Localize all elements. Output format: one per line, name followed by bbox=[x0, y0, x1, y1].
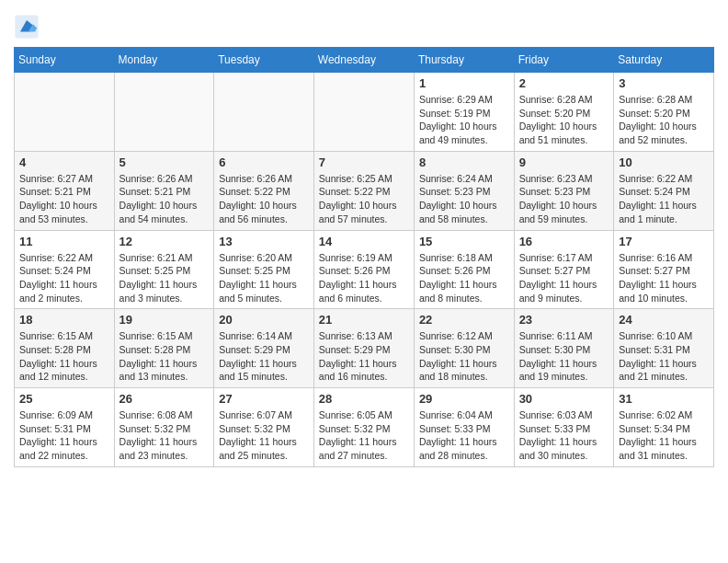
day-number: 15 bbox=[419, 235, 509, 248]
day-number: 26 bbox=[119, 392, 210, 406]
day-number: 4 bbox=[19, 155, 109, 169]
col-header-friday: Friday bbox=[514, 48, 614, 73]
day-info: Sunrise: 6:26 AMSunset: 5:22 PMDaylight:… bbox=[219, 172, 309, 226]
day-number: 16 bbox=[519, 235, 609, 248]
calendar-cell: 24Sunrise: 6:10 AMSunset: 5:31 PMDayligh… bbox=[614, 309, 714, 388]
page-header bbox=[14, 9, 714, 40]
calendar-week-1: 1Sunrise: 6:29 AMSunset: 5:19 PMDaylight… bbox=[15, 73, 714, 152]
calendar-cell: 29Sunrise: 6:04 AMSunset: 5:33 PMDayligh… bbox=[414, 388, 514, 467]
day-number: 30 bbox=[519, 392, 609, 406]
day-number: 11 bbox=[19, 235, 109, 248]
calendar-week-2: 4Sunrise: 6:27 AMSunset: 5:21 PMDaylight… bbox=[15, 151, 714, 230]
calendar-cell: 7Sunrise: 6:25 AMSunset: 5:22 PMDaylight… bbox=[313, 151, 414, 230]
day-number: 1 bbox=[419, 76, 509, 90]
day-number: 3 bbox=[619, 76, 709, 90]
calendar-cell: 10Sunrise: 6:22 AMSunset: 5:24 PMDayligh… bbox=[614, 151, 714, 230]
calendar-cell: 2Sunrise: 6:28 AMSunset: 5:20 PMDaylight… bbox=[514, 73, 614, 152]
calendar-header-row: SundayMondayTuesdayWednesdayThursdayFrid… bbox=[15, 48, 714, 73]
day-info: Sunrise: 6:09 AMSunset: 5:31 PMDaylight:… bbox=[19, 408, 109, 463]
day-info: Sunrise: 6:12 AMSunset: 5:30 PMDaylight:… bbox=[419, 329, 509, 384]
calendar-cell: 5Sunrise: 6:26 AMSunset: 5:21 PMDaylight… bbox=[114, 151, 214, 230]
day-info: Sunrise: 6:28 AMSunset: 5:20 PMDaylight:… bbox=[619, 93, 709, 147]
day-info: Sunrise: 6:10 AMSunset: 5:31 PMDaylight:… bbox=[619, 329, 709, 384]
calendar-cell: 31Sunrise: 6:02 AMSunset: 5:34 PMDayligh… bbox=[614, 388, 714, 467]
day-info: Sunrise: 6:18 AMSunset: 5:26 PMDaylight:… bbox=[419, 251, 509, 305]
calendar-table: SundayMondayTuesdayWednesdayThursdayFrid… bbox=[14, 47, 714, 467]
col-header-monday: Monday bbox=[114, 48, 214, 73]
day-info: Sunrise: 6:15 AMSunset: 5:28 PMDaylight:… bbox=[19, 329, 109, 384]
calendar-cell: 16Sunrise: 6:17 AMSunset: 5:27 PMDayligh… bbox=[514, 230, 614, 309]
calendar-cell: 28Sunrise: 6:05 AMSunset: 5:32 PMDayligh… bbox=[313, 388, 414, 467]
day-info: Sunrise: 6:03 AMSunset: 5:33 PMDaylight:… bbox=[519, 408, 609, 463]
day-number: 7 bbox=[319, 155, 409, 169]
day-info: Sunrise: 6:23 AMSunset: 5:23 PMDaylight:… bbox=[519, 172, 609, 226]
day-info: Sunrise: 6:05 AMSunset: 5:32 PMDaylight:… bbox=[319, 408, 409, 463]
day-number: 24 bbox=[619, 313, 709, 327]
day-info: Sunrise: 6:22 AMSunset: 5:24 PMDaylight:… bbox=[619, 172, 709, 226]
calendar-cell bbox=[15, 73, 115, 152]
day-info: Sunrise: 6:02 AMSunset: 5:34 PMDaylight:… bbox=[619, 408, 709, 463]
day-info: Sunrise: 6:04 AMSunset: 5:33 PMDaylight:… bbox=[419, 408, 509, 463]
day-info: Sunrise: 6:22 AMSunset: 5:24 PMDaylight:… bbox=[19, 251, 109, 305]
day-info: Sunrise: 6:27 AMSunset: 5:21 PMDaylight:… bbox=[19, 172, 109, 226]
calendar-cell: 8Sunrise: 6:24 AMSunset: 5:23 PMDaylight… bbox=[414, 151, 514, 230]
logo-icon bbox=[14, 14, 40, 40]
day-number: 13 bbox=[219, 235, 309, 248]
day-info: Sunrise: 6:11 AMSunset: 5:30 PMDaylight:… bbox=[519, 329, 609, 384]
day-number: 12 bbox=[119, 235, 210, 248]
calendar-cell: 18Sunrise: 6:15 AMSunset: 5:28 PMDayligh… bbox=[15, 309, 115, 388]
day-number: 31 bbox=[619, 392, 709, 406]
calendar-cell: 11Sunrise: 6:22 AMSunset: 5:24 PMDayligh… bbox=[15, 230, 115, 309]
calendar-week-3: 11Sunrise: 6:22 AMSunset: 5:24 PMDayligh… bbox=[15, 230, 714, 309]
day-info: Sunrise: 6:13 AMSunset: 5:29 PMDaylight:… bbox=[319, 329, 409, 384]
calendar-cell: 13Sunrise: 6:20 AMSunset: 5:25 PMDayligh… bbox=[214, 230, 314, 309]
calendar-cell: 26Sunrise: 6:08 AMSunset: 5:32 PMDayligh… bbox=[114, 388, 214, 467]
calendar-cell: 27Sunrise: 6:07 AMSunset: 5:32 PMDayligh… bbox=[214, 388, 314, 467]
calendar-cell bbox=[313, 73, 414, 152]
day-info: Sunrise: 6:24 AMSunset: 5:23 PMDaylight:… bbox=[419, 172, 509, 226]
day-number: 23 bbox=[519, 313, 609, 327]
day-number: 29 bbox=[419, 392, 509, 406]
col-header-thursday: Thursday bbox=[414, 48, 514, 73]
calendar-cell: 4Sunrise: 6:27 AMSunset: 5:21 PMDaylight… bbox=[15, 151, 115, 230]
day-info: Sunrise: 6:16 AMSunset: 5:27 PMDaylight:… bbox=[619, 251, 709, 305]
calendar-cell: 12Sunrise: 6:21 AMSunset: 5:25 PMDayligh… bbox=[114, 230, 214, 309]
calendar-week-5: 25Sunrise: 6:09 AMSunset: 5:31 PMDayligh… bbox=[15, 388, 714, 467]
day-info: Sunrise: 6:28 AMSunset: 5:20 PMDaylight:… bbox=[519, 93, 609, 147]
calendar-cell: 23Sunrise: 6:11 AMSunset: 5:30 PMDayligh… bbox=[514, 309, 614, 388]
col-header-tuesday: Tuesday bbox=[214, 48, 314, 73]
day-number: 17 bbox=[619, 235, 709, 248]
calendar-cell: 15Sunrise: 6:18 AMSunset: 5:26 PMDayligh… bbox=[414, 230, 514, 309]
day-number: 2 bbox=[519, 76, 609, 90]
day-number: 8 bbox=[419, 155, 509, 169]
day-info: Sunrise: 6:21 AMSunset: 5:25 PMDaylight:… bbox=[119, 251, 210, 305]
day-info: Sunrise: 6:15 AMSunset: 5:28 PMDaylight:… bbox=[119, 329, 210, 384]
col-header-saturday: Saturday bbox=[614, 48, 714, 73]
calendar-cell: 6Sunrise: 6:26 AMSunset: 5:22 PMDaylight… bbox=[214, 151, 314, 230]
calendar-cell: 1Sunrise: 6:29 AMSunset: 5:19 PMDaylight… bbox=[414, 73, 514, 152]
logo bbox=[14, 14, 43, 40]
day-number: 25 bbox=[19, 392, 109, 406]
calendar-cell bbox=[214, 73, 314, 152]
calendar-cell: 19Sunrise: 6:15 AMSunset: 5:28 PMDayligh… bbox=[114, 309, 214, 388]
day-info: Sunrise: 6:17 AMSunset: 5:27 PMDaylight:… bbox=[519, 251, 609, 305]
calendar-week-4: 18Sunrise: 6:15 AMSunset: 5:28 PMDayligh… bbox=[15, 309, 714, 388]
day-number: 19 bbox=[119, 313, 210, 327]
day-number: 10 bbox=[619, 155, 709, 169]
col-header-wednesday: Wednesday bbox=[313, 48, 414, 73]
calendar-cell: 9Sunrise: 6:23 AMSunset: 5:23 PMDaylight… bbox=[514, 151, 614, 230]
calendar-cell: 30Sunrise: 6:03 AMSunset: 5:33 PMDayligh… bbox=[514, 388, 614, 467]
calendar-cell: 25Sunrise: 6:09 AMSunset: 5:31 PMDayligh… bbox=[15, 388, 115, 467]
col-header-sunday: Sunday bbox=[15, 48, 115, 73]
day-number: 20 bbox=[219, 313, 309, 327]
day-number: 21 bbox=[319, 313, 409, 327]
day-number: 27 bbox=[219, 392, 309, 406]
day-info: Sunrise: 6:08 AMSunset: 5:32 PMDaylight:… bbox=[119, 408, 210, 463]
day-info: Sunrise: 6:07 AMSunset: 5:32 PMDaylight:… bbox=[219, 408, 309, 463]
calendar-cell bbox=[114, 73, 214, 152]
day-number: 22 bbox=[419, 313, 509, 327]
day-number: 9 bbox=[519, 155, 609, 169]
calendar-cell: 21Sunrise: 6:13 AMSunset: 5:29 PMDayligh… bbox=[313, 309, 414, 388]
day-number: 28 bbox=[319, 392, 409, 406]
calendar-cell: 14Sunrise: 6:19 AMSunset: 5:26 PMDayligh… bbox=[313, 230, 414, 309]
